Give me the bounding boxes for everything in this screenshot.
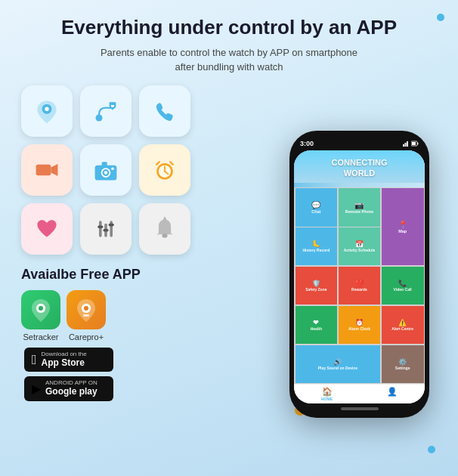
store-buttons:  Download on the App Store ▶ ANDROID AP… bbox=[24, 348, 113, 401]
filter-icon-tile bbox=[80, 203, 132, 255]
phone-icon-tile bbox=[139, 85, 190, 137]
app-screen: CONNECTING WORLD 💬 Chat bbox=[294, 150, 425, 403]
svg-point-14 bbox=[104, 171, 108, 175]
app-downloads-row: Setracker Carepro+ bbox=[21, 290, 195, 401]
app-section-title: Avaialbe Free APP bbox=[21, 267, 195, 283]
svg-rect-28 bbox=[109, 224, 114, 227]
phone-status-bar: 3:00 bbox=[294, 140, 425, 150]
main-title: Everything under control by an APP bbox=[21, 17, 437, 39]
phone-home-indicator bbox=[341, 407, 379, 410]
phone-bottom-bar: 🏠 HOME 👤 bbox=[294, 384, 425, 403]
svg-rect-15 bbox=[102, 162, 107, 165]
svg-point-37 bbox=[84, 306, 88, 311]
googleplay-main-text: Google play bbox=[45, 386, 97, 397]
tile-map[interactable]: 📍 Map bbox=[382, 188, 424, 265]
sub-title: Parents enable to control the watch by A… bbox=[21, 45, 437, 75]
decorative-dot-bottom bbox=[428, 446, 435, 453]
heart-icon-tile bbox=[21, 203, 73, 255]
route-icon-tile bbox=[80, 85, 132, 137]
phone-screen: CONNECTING WORLD 💬 Chat bbox=[294, 150, 425, 403]
profile-tab[interactable]: 👤 bbox=[387, 387, 398, 401]
svg-point-3 bbox=[45, 107, 48, 110]
tile-history[interactable]: 🦶 History Record bbox=[296, 227, 338, 265]
alarm-icon-tile bbox=[139, 144, 190, 196]
svg-marker-10 bbox=[51, 164, 57, 176]
setracker-app: Setracker bbox=[21, 290, 60, 342]
app-title: CONNECTING WORLD bbox=[297, 158, 422, 178]
tile-settings[interactable]: ⚙️ Settings bbox=[382, 345, 424, 383]
content-area: Avaialbe Free APP Setracker bbox=[21, 85, 437, 464]
svg-rect-38 bbox=[83, 314, 89, 317]
svg-rect-23 bbox=[99, 221, 102, 237]
tile-remote-photo[interactable]: 📷 Remote Photo bbox=[339, 188, 381, 226]
carepro-label: Carepro+ bbox=[69, 332, 104, 342]
svg-rect-40 bbox=[405, 143, 407, 147]
app-tile-grid: 💬 Chat 📷 Remote Photo 📍 Map bbox=[294, 187, 425, 385]
svg-line-21 bbox=[156, 162, 159, 165]
svg-rect-27 bbox=[103, 229, 108, 232]
svg-point-16 bbox=[111, 167, 114, 170]
signal-icon bbox=[403, 141, 409, 147]
tile-video-call[interactable]: 📞 Video Call bbox=[382, 267, 424, 304]
tile-play-sound[interactable]: 🔊 Play Sound on Device bbox=[296, 345, 381, 383]
apple-icon:  bbox=[32, 352, 37, 368]
left-section: Avaialbe Free APP Setracker bbox=[21, 85, 195, 464]
googleplay-button[interactable]: ▶ ANDROID APP ON Google play bbox=[24, 376, 113, 400]
tile-rewards[interactable]: ❤️ Rewards bbox=[339, 267, 381, 304]
appstore-small-text: Download on the bbox=[42, 351, 87, 357]
location-icon-tile bbox=[21, 85, 73, 137]
tile-chat[interactable]: 💬 Chat bbox=[296, 188, 338, 226]
video-icon-tile bbox=[21, 144, 73, 196]
app-header: CONNECTING WORLD bbox=[294, 150, 425, 187]
svg-point-29 bbox=[162, 233, 167, 237]
googleplay-small-text: ANDROID APP ON bbox=[45, 380, 97, 386]
appstore-button[interactable]:  Download on the App Store bbox=[24, 348, 113, 372]
battery-icon bbox=[411, 141, 419, 147]
setracker-icon bbox=[21, 290, 60, 329]
setracker-label: Setracker bbox=[23, 332, 58, 342]
main-container: Everything under control by an APP Paren… bbox=[0, 0, 458, 476]
svg-rect-41 bbox=[407, 141, 408, 147]
svg-rect-39 bbox=[403, 144, 404, 147]
svg-rect-9 bbox=[36, 165, 51, 175]
svg-point-4 bbox=[96, 114, 103, 121]
carepro-app: Carepro+ bbox=[67, 290, 106, 342]
right-section: 3:00 bbox=[203, 85, 437, 464]
carepro-icon bbox=[67, 290, 106, 329]
svg-rect-25 bbox=[110, 221, 113, 237]
bell-icon-tile bbox=[139, 203, 190, 255]
svg-rect-26 bbox=[97, 225, 103, 228]
tile-alert-centre[interactable]: ⚠️ Alert Centre bbox=[382, 306, 424, 344]
phone-status-icons bbox=[403, 141, 419, 147]
camera-icon-tile bbox=[80, 144, 132, 196]
svg-rect-44 bbox=[417, 143, 418, 145]
phone-mockup: 3:00 bbox=[289, 131, 429, 418]
header-section: Everything under control by an APP Paren… bbox=[21, 17, 437, 75]
tile-safety[interactable]: 🛡️ Safety Zone bbox=[296, 267, 338, 304]
tile-alarm-clock[interactable]: ⏰ Alarm Clock bbox=[339, 306, 381, 344]
android-icon: ▶ bbox=[32, 382, 41, 396]
tile-activity[interactable]: 📅 Activity Schedule bbox=[339, 227, 381, 265]
tile-health[interactable]: ❤ Health bbox=[296, 306, 338, 344]
svg-point-34 bbox=[39, 306, 43, 311]
phone-time: 3:00 bbox=[300, 140, 314, 147]
svg-rect-43 bbox=[412, 142, 416, 145]
appstore-main-text: App Store bbox=[42, 357, 87, 368]
svg-line-22 bbox=[170, 162, 173, 165]
home-tab[interactable]: 🏠 HOME bbox=[321, 387, 333, 401]
feature-icon-grid bbox=[21, 85, 195, 255]
decorative-dot-top bbox=[437, 14, 444, 21]
